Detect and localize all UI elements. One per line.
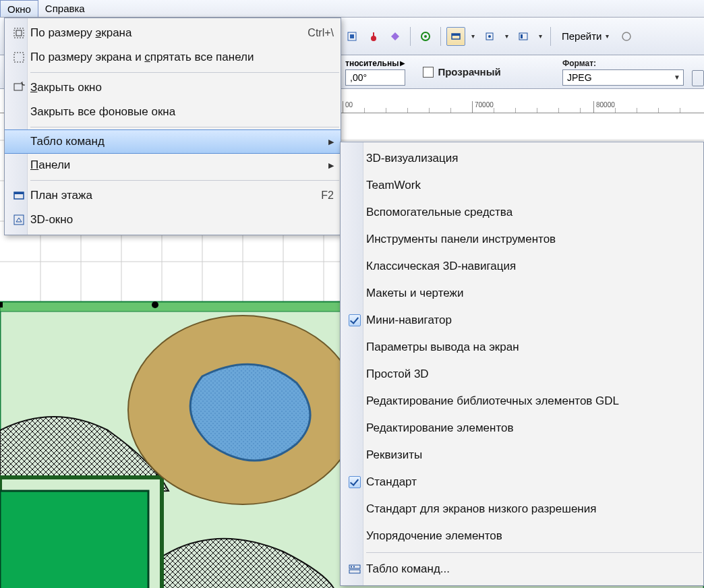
submenu-item-label: TeamWork bbox=[366, 179, 694, 192]
submenu-item-label: Стандарт bbox=[366, 475, 694, 489]
menu-close-window[interactable]: Закрыть окно bbox=[5, 76, 341, 100]
tool-icon-4[interactable] bbox=[480, 27, 499, 46]
tool-icon-6[interactable] bbox=[617, 27, 636, 46]
submenu-item-label: Простой 3D bbox=[366, 368, 694, 381]
submenu-item[interactable]: Реквизиты bbox=[341, 442, 703, 469]
menu-help[interactable]: Справка bbox=[38, 0, 92, 17]
menu-fit-screen[interactable]: По размеру экрана Ctrl+\ bbox=[5, 21, 341, 45]
menu-separator bbox=[30, 180, 339, 181]
submenu-item-label: Мини-навигатор bbox=[366, 314, 694, 327]
goto-button[interactable]: Перейти bbox=[556, 27, 614, 46]
submenu-arrow-icon: ▶ bbox=[328, 161, 334, 170]
svg-rect-49 bbox=[353, 566, 355, 568]
submenu-item[interactable]: Редактирование библиотечных элементов GD… bbox=[341, 388, 703, 415]
submenu-item[interactable]: Мини-навигатор bbox=[341, 307, 703, 334]
submenu-item-label: Макеты и чертежи bbox=[366, 287, 694, 300]
menu-bar: Окно Справка bbox=[0, 0, 704, 18]
svg-point-2 bbox=[371, 36, 376, 41]
svg-rect-40 bbox=[14, 53, 24, 62]
svg-rect-8 bbox=[452, 34, 460, 36]
tool-icon-2[interactable] bbox=[364, 27, 383, 46]
submenu-item[interactable]: Параметры вывода на экран bbox=[341, 334, 703, 361]
svg-marker-45 bbox=[16, 218, 22, 222]
submenu-item-label: Упорядочение элементов bbox=[366, 529, 694, 543]
tool-dropdown-5[interactable] bbox=[535, 27, 545, 46]
toolbar-config-icon bbox=[343, 564, 366, 574]
submenu-item[interactable]: TeamWork bbox=[341, 172, 703, 199]
angle-field[interactable]: ,00° bbox=[345, 69, 405, 86]
relative-label: тносительны bbox=[345, 59, 399, 68]
submenu-item-label: Стандарт для экранов низкого разрешения bbox=[366, 502, 694, 516]
floor-plan-icon bbox=[7, 189, 30, 202]
submenu-item[interactable]: Вспомогательные средства bbox=[341, 199, 703, 226]
close-window-icon bbox=[7, 82, 30, 94]
menu-floor-plan[interactable]: План этажа F2 bbox=[5, 183, 341, 208]
tool-target-icon[interactable] bbox=[416, 27, 435, 46]
svg-point-13 bbox=[622, 32, 630, 40]
svg-point-36 bbox=[152, 301, 158, 308]
tool-icon-5[interactable] bbox=[514, 27, 533, 46]
checkbox-box bbox=[423, 67, 434, 78]
submenu-item[interactable]: Простой 3D bbox=[341, 361, 703, 388]
menu-separator bbox=[30, 127, 339, 127]
svg-rect-39 bbox=[16, 30, 22, 36]
svg-rect-38 bbox=[14, 28, 24, 38]
submenu-arrow-icon: ▶ bbox=[328, 138, 334, 146]
submenu-item-label: Редактирование элементов bbox=[366, 421, 694, 435]
submenu-item[interactable]: Редактирование элементов bbox=[341, 415, 703, 442]
svg-rect-47 bbox=[349, 570, 360, 573]
submenu-item-label: Редактирование библиотечных элементов GD… bbox=[366, 394, 694, 408]
submenu-item-label: Вспомогательные средства bbox=[366, 206, 694, 219]
menu-close-all-bg[interactable]: Закрыть все фоновые окна bbox=[5, 100, 341, 124]
svg-rect-44 bbox=[14, 215, 24, 225]
submenu-toolbar-config[interactable]: Табло команд... bbox=[341, 556, 703, 583]
svg-rect-37 bbox=[0, 302, 3, 307]
menu-window[interactable]: Окно bbox=[0, 0, 38, 17]
toolbar-separator bbox=[550, 27, 551, 46]
tool-dropdown-4[interactable] bbox=[502, 27, 511, 46]
menu-3d-window[interactable]: 3D-окно bbox=[5, 208, 341, 232]
svg-rect-41 bbox=[14, 84, 22, 90]
toolbar-separator bbox=[410, 27, 411, 46]
window-menu-dropdown: По размеру экрана Ctrl+\ По размеру экра… bbox=[4, 18, 341, 235]
submenu-item[interactable]: 3D-визуализация bbox=[341, 145, 703, 172]
tool-view-icon[interactable] bbox=[446, 27, 465, 46]
tool-icon-3[interactable] bbox=[386, 27, 405, 46]
svg-rect-34 bbox=[0, 491, 148, 588]
format-label: Формат: bbox=[562, 59, 684, 68]
tool-view-dropdown[interactable] bbox=[468, 27, 477, 46]
fit-screen-icon bbox=[7, 27, 30, 39]
svg-marker-4 bbox=[391, 32, 399, 40]
menu-separator bbox=[366, 552, 702, 553]
svg-rect-11 bbox=[519, 33, 527, 40]
check-icon bbox=[349, 314, 361, 326]
svg-rect-48 bbox=[351, 566, 352, 568]
submenu-item[interactable]: Инструменты панели инструментов bbox=[341, 226, 703, 253]
svg-rect-1 bbox=[350, 34, 354, 38]
svg-point-6 bbox=[424, 35, 427, 38]
submenu-item[interactable]: Упорядочение элементов bbox=[341, 523, 703, 550]
svg-rect-3 bbox=[373, 32, 374, 36]
submenu-item[interactable]: Стандарт bbox=[341, 469, 703, 496]
menu-separator bbox=[30, 72, 339, 73]
transparent-checkbox[interactable]: Прозрачный bbox=[423, 66, 500, 78]
tool-icon-1[interactable] bbox=[343, 27, 361, 46]
menu-fit-hide-panels[interactable]: По размеру экрана и спрятать все панели bbox=[5, 45, 341, 69]
svg-rect-12 bbox=[521, 34, 523, 38]
submenu-item[interactable]: Макеты и чертежи bbox=[341, 280, 703, 307]
submenu-item-label: 3D-визуализация bbox=[366, 152, 694, 165]
fit-hide-icon bbox=[7, 51, 30, 63]
toolbar-separator bbox=[440, 27, 441, 46]
menu-panels[interactable]: Панели ▶ bbox=[5, 153, 341, 177]
command-toolbar-submenu: 3D-визуализацияTeamWorkВспомогательные с… bbox=[340, 142, 704, 586]
submenu-item[interactable]: Классическая 3D-навигация bbox=[341, 253, 703, 280]
menu-command-toolbar[interactable]: Табло команд ▶ bbox=[5, 129, 341, 154]
submenu-item[interactable]: Стандарт для экранов низкого разрешения bbox=[341, 496, 703, 523]
submenu-item-label: Инструменты панели инструментов bbox=[366, 233, 694, 246]
format-select[interactable]: JPEG ▼ bbox=[562, 69, 684, 86]
submenu-item-label: Реквизиты bbox=[366, 448, 694, 462]
prop-more-button[interactable] bbox=[692, 70, 704, 86]
svg-rect-43 bbox=[14, 192, 24, 194]
submenu-item-label: Классическая 3D-навигация bbox=[366, 260, 694, 273]
3d-window-icon bbox=[7, 214, 30, 226]
